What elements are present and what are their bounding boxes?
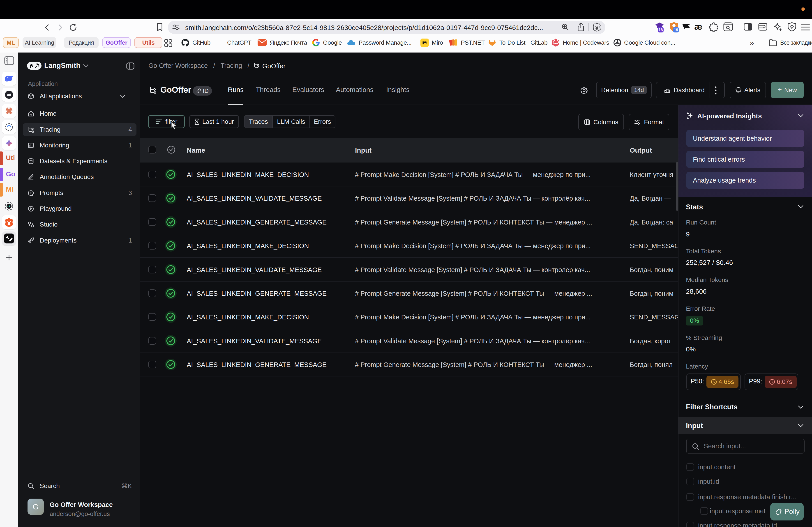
- svg-text:18: 18: [658, 28, 663, 32]
- svg-text:19: 19: [674, 28, 678, 32]
